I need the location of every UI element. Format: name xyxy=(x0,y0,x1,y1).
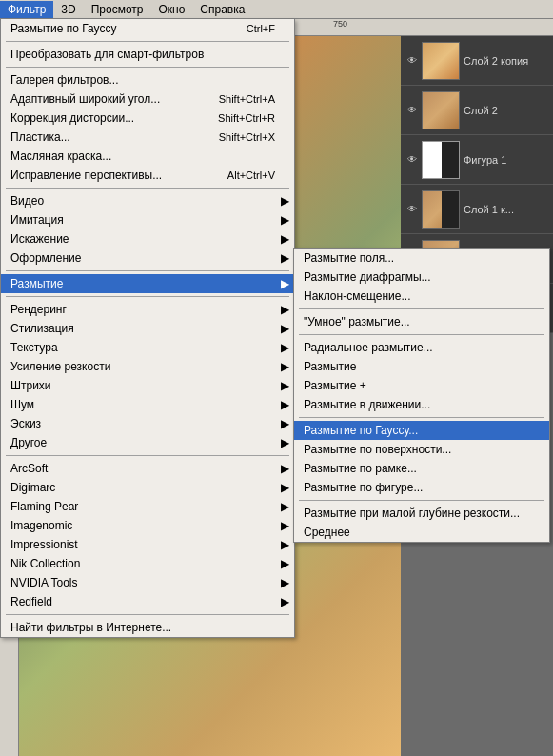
menu-impressionist[interactable]: Impressionist ▶ xyxy=(1,535,294,554)
submenu-average[interactable]: Среднее xyxy=(294,523,549,542)
menu-nik-collection[interactable]: Nik Collection ▶ xyxy=(1,554,294,573)
sub-sep3 xyxy=(299,417,544,418)
menu-plastic[interactable]: Пластика... Shift+Ctrl+X xyxy=(1,128,294,147)
submenu-motion-blur[interactable]: Размытие в движении... xyxy=(294,395,549,414)
layer-thumb-2 xyxy=(422,141,460,179)
menu-adaptive-wide[interactable]: Адаптивный широкий угол... Shift+Ctrl+A xyxy=(1,90,294,109)
sub-sep2 xyxy=(299,334,544,335)
menu-other[interactable]: Другое ▶ xyxy=(1,433,294,452)
layer-name-3: Слой 1 к... xyxy=(464,204,514,215)
menu-perspective[interactable]: Исправление перспективы... Alt+Ctrl+V xyxy=(1,166,294,185)
menu-gallery[interactable]: Галерея фильтров... xyxy=(1,70,294,90)
ruler-label-750: 750 xyxy=(333,19,347,29)
menu-oil[interactable]: Масляная краска... xyxy=(1,147,294,166)
menu-blur[interactable]: Размытие ▶ xyxy=(1,274,294,293)
menu-view[interactable]: Просмотр xyxy=(84,1,151,18)
menubar: Фильтр 3D Просмотр Окно Справка xyxy=(0,0,553,19)
submenu-shape-blur[interactable]: Размытие по фигуре... xyxy=(294,478,549,497)
sep2 xyxy=(6,67,289,68)
menu-blur-gauss-top[interactable]: Размытие по Гауссу Ctrl+F xyxy=(1,19,294,38)
menu-nvidia[interactable]: NVIDIA Tools ▶ xyxy=(1,573,294,592)
submenu-blur[interactable]: Размытие xyxy=(294,357,549,376)
layer-row-2[interactable]: 👁 Фигура 1 xyxy=(401,135,553,185)
submenu-lens-blur[interactable]: Размытие при малой глубине резкости... xyxy=(294,504,549,523)
menu-filter[interactable]: Фильтр xyxy=(0,1,53,18)
menu-redfield[interactable]: Redfield ▶ xyxy=(1,592,294,611)
menu-3d[interactable]: 3D xyxy=(53,1,83,18)
menu-help[interactable]: Справка xyxy=(192,1,252,18)
sep6 xyxy=(6,455,289,456)
layer-name-1: Слой 2 xyxy=(464,105,498,116)
submenu-box-blur[interactable]: Размытие по рамке... xyxy=(294,459,549,478)
sep3 xyxy=(6,188,289,189)
sep4 xyxy=(6,270,289,271)
menu-video[interactable]: Видео ▶ xyxy=(1,191,294,210)
layer-row-3[interactable]: 👁 Слой 1 к... xyxy=(401,185,553,234)
sep7 xyxy=(6,614,289,615)
filter-dropdown: Размытие по Гауссу Ctrl+F Преобразовать … xyxy=(0,19,295,638)
layer-row-0[interactable]: 👁 Слой 2 копия xyxy=(401,36,553,86)
submenu-gaussian-blur[interactable]: Размытие по Гауссу... xyxy=(294,421,549,440)
menu-distort[interactable]: Искажение ▶ xyxy=(1,229,294,249)
menu-rendering[interactable]: Рендеринг ▶ xyxy=(1,300,294,319)
menu-window[interactable]: Окно xyxy=(150,1,192,18)
sub-sep4 xyxy=(299,500,544,501)
menu-design[interactable]: Оформление ▶ xyxy=(1,249,294,268)
menu-imitation[interactable]: Имитация ▶ xyxy=(1,210,294,229)
layer-thumb-3 xyxy=(422,190,460,229)
layer-eye-2[interactable]: 👁 xyxy=(405,152,420,168)
menu-sharpen[interactable]: Усиление резкости ▶ xyxy=(1,357,294,376)
layer-name-2: Фигура 1 xyxy=(464,154,506,166)
submenu-radial-blur[interactable]: Радиальное размытие... xyxy=(294,338,549,357)
layer-eye-0[interactable]: 👁 xyxy=(405,53,420,69)
menu-sketch[interactable]: Эскиз ▶ xyxy=(1,414,294,433)
submenu-smart-blur[interactable]: "Умное" размытие... xyxy=(294,312,549,331)
layer-thumb-0 xyxy=(422,42,460,80)
menu-digimarc[interactable]: Digimarc ▶ xyxy=(1,478,294,497)
menu-stylization[interactable]: Стилизация ▶ xyxy=(1,319,294,338)
menu-flaming-pear[interactable]: Flaming Pear ▶ xyxy=(1,497,294,516)
layer-name-0: Слой 2 копия xyxy=(464,55,528,67)
submenu-iris-blur[interactable]: Размытие диафрагмы... xyxy=(294,268,549,287)
sep5 xyxy=(6,296,289,297)
menu-distortion[interactable]: Коррекция дисторсии... Shift+Ctrl+R xyxy=(1,109,294,128)
submenu-tilt-shift[interactable]: Наклон-смещение... xyxy=(294,287,549,306)
menu-imagenomic[interactable]: Imagenomic ▶ xyxy=(1,516,294,535)
submenu-surface-blur[interactable]: Размытие по поверхности... xyxy=(294,440,549,459)
menu-arcsoft[interactable]: ArcSoft ▶ xyxy=(1,459,294,478)
menu-find-online[interactable]: Найти фильтры в Интернете... xyxy=(1,618,294,637)
submenu-field-blur[interactable]: Размытие поля... xyxy=(294,249,549,268)
layer-thumb-1 xyxy=(422,91,460,129)
blur-submenu: Размытие поля... Размытие диафрагмы... Н… xyxy=(293,248,550,543)
menu-convert-smart[interactable]: Преобразовать для смарт-фильтров xyxy=(1,45,294,64)
layer-eye-3[interactable]: 👁 xyxy=(405,202,420,217)
menu-strokes[interactable]: Штрихи ▶ xyxy=(1,376,294,395)
sub-sep1 xyxy=(299,308,544,309)
layer-row-1[interactable]: 👁 Слой 2 xyxy=(401,86,553,135)
sep1 xyxy=(6,41,289,42)
menu-texture[interactable]: Текстура ▶ xyxy=(1,338,294,357)
layer-eye-1[interactable]: 👁 xyxy=(405,103,420,118)
submenu-blur-plus[interactable]: Размытие + xyxy=(294,376,549,395)
menu-noise[interactable]: Шум ▶ xyxy=(1,395,294,414)
